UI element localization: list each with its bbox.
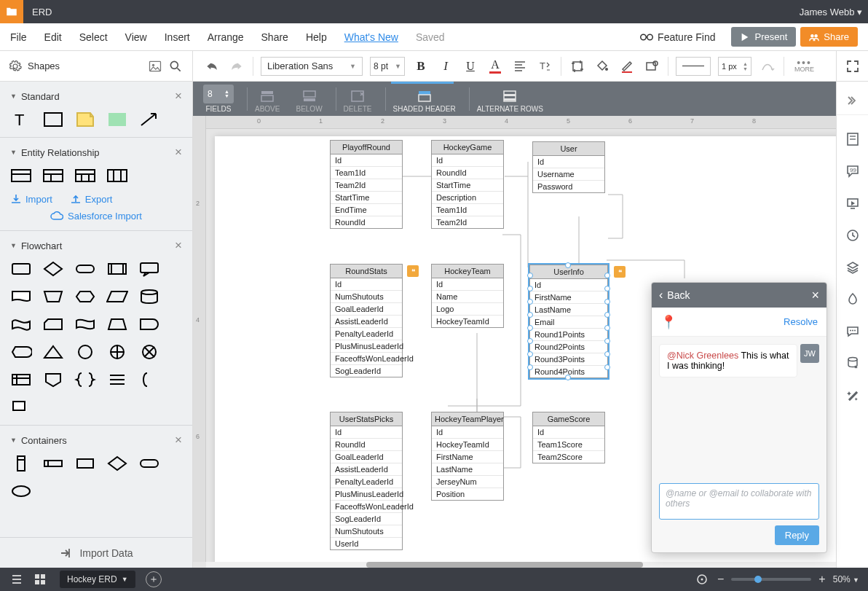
fc-list[interactable] — [106, 371, 128, 388]
fc-predef[interactable] — [106, 260, 128, 278]
text-shape[interactable]: T — [10, 111, 32, 128]
fc-or[interactable] — [138, 343, 160, 361]
rect-shape[interactable] — [42, 111, 64, 128]
entity-userinfo[interactable]: UserInfo Id FirstName LastName Email Rou… — [529, 265, 608, 378]
bold-button[interactable]: B — [412, 58, 430, 75]
fc-trap[interactable] — [106, 316, 128, 333]
cont-rect[interactable] — [74, 455, 96, 472]
fc-doc[interactable] — [10, 288, 32, 305]
fc-rect[interactable] — [10, 260, 32, 278]
undo-button[interactable] — [203, 58, 221, 75]
entity-hockeyteamplayer[interactable]: HockeyTeamPlayer Id HockeyTeamId FirstNa… — [431, 412, 504, 501]
comment-close-button[interactable]: × — [811, 288, 819, 303]
entity-hockeyteam[interactable]: HockeyTeam Id Name Logo HockeyTeamId — [431, 264, 504, 328]
import-data-button[interactable]: Import Data — [0, 537, 192, 568]
folder-icon[interactable] — [0, 0, 23, 23]
line-width-select[interactable]: 1 px▲▼ — [718, 57, 751, 76]
comment-tag-icon[interactable]: ❝ — [614, 266, 626, 278]
dock-comment-icon[interactable]: 99 — [845, 163, 861, 179]
section-entity-relationship[interactable]: ▼Entity Relationship× — [10, 145, 182, 160]
add-page-button[interactable]: ＋ — [146, 571, 162, 587]
cont-ellipse[interactable] — [10, 482, 32, 500]
line-style-select[interactable] — [676, 57, 711, 76]
section-standard[interactable]: ▼Standard× — [10, 89, 182, 103]
crop-button[interactable] — [569, 58, 586, 75]
fc-bracket[interactable] — [138, 371, 160, 388]
menu-select[interactable]: Select — [79, 31, 108, 43]
fill-button[interactable] — [593, 58, 611, 75]
border-color-button[interactable] — [618, 58, 636, 75]
font-size-select[interactable]: 8 pt▼ — [370, 57, 405, 76]
menu-help[interactable]: Help — [306, 31, 327, 43]
section-containers[interactable]: ▼Containers× — [10, 433, 182, 447]
search-icon[interactable] — [167, 58, 184, 74]
dock-magic-icon[interactable] — [845, 388, 861, 404]
section-flowchart[interactable]: ▼Flowchart× — [10, 238, 182, 253]
grid-view-icon[interactable] — [32, 571, 48, 587]
comment-back-button[interactable]: ‹Back — [659, 289, 690, 302]
note-shape[interactable] — [74, 111, 96, 128]
cont-lane-v[interactable] — [10, 455, 32, 472]
comment-reply-button[interactable]: Reply — [775, 525, 819, 545]
menu-arrange[interactable]: Arrange — [208, 31, 244, 43]
zoom-slider[interactable] — [731, 578, 811, 581]
zoom-out-button[interactable]: − — [717, 573, 724, 586]
more-button[interactable]: •••MORE — [794, 60, 814, 73]
fc-hex[interactable] — [74, 288, 96, 305]
menu-view[interactable]: View — [125, 31, 147, 43]
comment-tag-icon[interactable]: ❝ — [407, 265, 419, 277]
target-icon[interactable] — [694, 571, 710, 587]
shape-style-button[interactable] — [643, 58, 660, 75]
salesforce-import-link[interactable]: Salesforce Import — [10, 211, 182, 222]
fc-delay[interactable] — [138, 316, 160, 333]
fields-count[interactable]: 8▲▼ FIELDS — [203, 82, 234, 116]
collapse-dock-button[interactable] — [837, 86, 868, 115]
zoom-in-button[interactable]: + — [818, 573, 825, 586]
cont-diamond[interactable] — [106, 455, 128, 472]
close-icon[interactable]: × — [175, 145, 182, 160]
dock-history-icon[interactable] — [845, 227, 861, 243]
fc-display[interactable] — [10, 343, 32, 361]
dock-page-icon[interactable] — [845, 131, 861, 147]
menu-share[interactable]: Share — [261, 31, 288, 43]
document-title[interactable]: ERD — [32, 7, 800, 17]
fc-terminator[interactable] — [74, 260, 96, 278]
fc-flag[interactable] — [74, 316, 96, 333]
entity-roundstats[interactable]: RoundStats Id NumShutouts GoalLeaderId A… — [330, 264, 403, 377]
entity-userstatspicks[interactable]: UserStatsPicks Id RoundId GoalLeaderId A… — [330, 412, 403, 550]
dock-present-icon[interactable] — [845, 195, 861, 211]
fc-swatch[interactable] — [10, 399, 32, 416]
fullscreen-button[interactable] — [836, 51, 868, 81]
fc-callout[interactable] — [138, 260, 160, 278]
alternate-rows-button[interactable]: ALTERNATE ROWS — [477, 82, 543, 116]
close-icon[interactable]: × — [175, 238, 182, 253]
fc-manual[interactable] — [42, 288, 64, 305]
er-shape-3[interactable] — [74, 167, 96, 184]
fc-brace[interactable] — [74, 371, 96, 388]
menu-file[interactable]: File — [10, 31, 27, 43]
er-shape-4[interactable] — [106, 167, 128, 184]
dock-data-icon[interactable] — [845, 356, 861, 372]
er-shape-1[interactable] — [10, 167, 32, 184]
insert-above-button[interactable]: ABOVE — [255, 82, 280, 116]
menu-insert[interactable]: Insert — [165, 31, 190, 43]
feature-find-button[interactable]: Feature Find — [640, 31, 715, 43]
delete-field-button[interactable]: DELETE — [344, 82, 372, 116]
entity-playoffround[interactable]: PlayoffRound Id Team1Id Team2Id StartTim… — [330, 140, 403, 229]
list-view-icon[interactable] — [9, 571, 25, 587]
dock-chat-icon[interactable] — [845, 324, 861, 340]
zoom-level[interactable]: 50% ▼ — [833, 574, 859, 584]
dock-paint-icon[interactable] — [845, 291, 861, 308]
fc-tri[interactable] — [42, 343, 64, 361]
fc-offpage[interactable] — [42, 371, 64, 388]
gear-icon[interactable] — [9, 60, 22, 73]
fc-internal[interactable] — [10, 371, 32, 388]
cont-lane-h[interactable] — [42, 455, 64, 472]
text-color-button[interactable]: A — [486, 58, 504, 75]
menu-edit[interactable]: Edit — [44, 31, 62, 43]
resolve-button[interactable]: Resolve — [784, 316, 818, 327]
entity-user[interactable]: User Id Username Password — [532, 141, 605, 193]
fc-circle[interactable] — [74, 343, 96, 361]
close-icon[interactable]: × — [175, 433, 182, 447]
shaded-header-button[interactable]: SHADED HEADER — [393, 82, 456, 116]
